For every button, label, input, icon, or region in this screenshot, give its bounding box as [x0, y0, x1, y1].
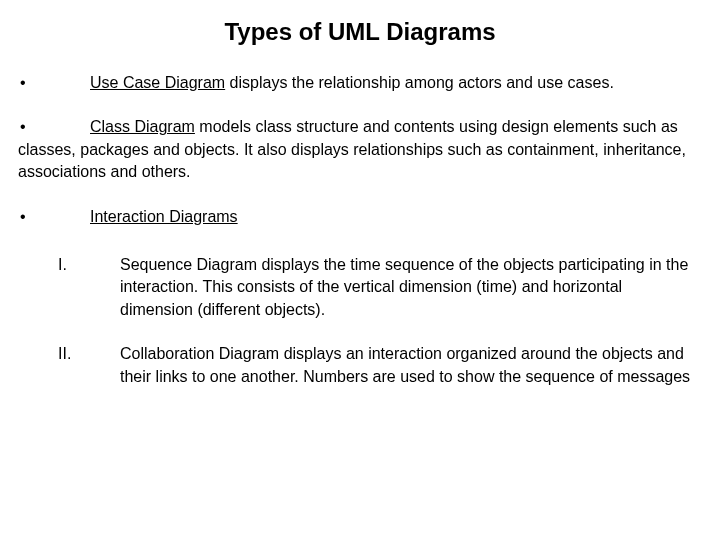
sub-item-collaboration: II. Collaboration Diagram displays an in…: [58, 343, 702, 388]
sub-item-sequence: I. Sequence Diagram displays the time se…: [58, 254, 702, 321]
slide: Types of UML Diagrams • Use Case Diagram…: [0, 0, 720, 540]
slide-title: Types of UML Diagrams: [18, 18, 702, 46]
bullet-text: Interaction Diagrams: [90, 206, 702, 228]
sub-text: Collaboration Diagram displays an intera…: [120, 343, 702, 388]
use-case-link: Use Case Diagram: [90, 74, 225, 91]
bullet-marker: •: [18, 72, 90, 94]
sub-num: I.: [58, 254, 120, 276]
bullet-text: Use Case Diagram displays the relationsh…: [90, 72, 702, 94]
bullet-interaction: • Interaction Diagrams: [18, 206, 702, 228]
bullet-use-case: • Use Case Diagram displays the relation…: [18, 72, 702, 94]
class-diagram-link: Class Diagram: [90, 118, 195, 135]
bullet-marker: •: [18, 206, 90, 228]
sub-text: Sequence Diagram displays the time seque…: [120, 254, 702, 321]
interaction-sublist: I. Sequence Diagram displays the time se…: [58, 254, 702, 388]
bullet-class-diagram: •Class Diagram models class structure an…: [18, 116, 702, 183]
interaction-link: Interaction Diagrams: [90, 208, 238, 225]
sub-num: II.: [58, 343, 120, 365]
bullet-marker: •: [18, 116, 90, 138]
use-case-rest: displays the relationship among actors a…: [225, 74, 614, 91]
